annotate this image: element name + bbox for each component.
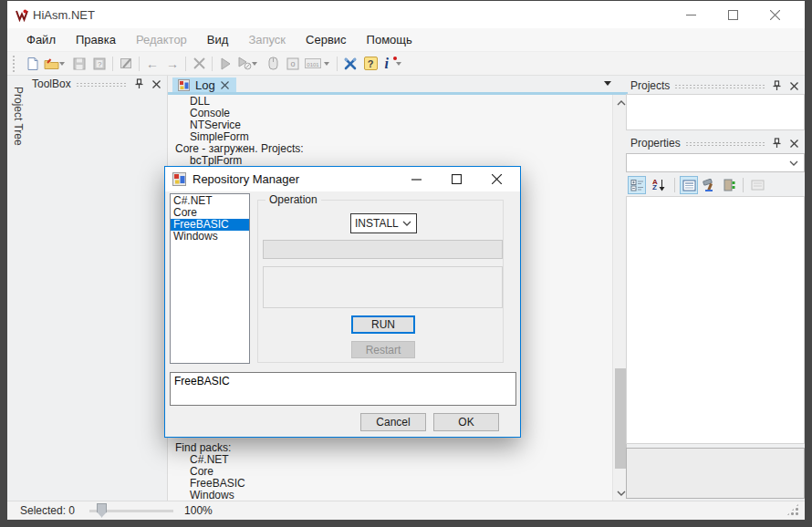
frame-button[interactable]: o: [283, 54, 303, 74]
close-button[interactable]: [754, 1, 796, 28]
tab-close-icon[interactable]: [221, 81, 229, 89]
toolbox-title: ToolBox: [32, 78, 71, 90]
package-item[interactable]: Windows: [171, 231, 249, 243]
dialog-title: Repository Manager: [193, 172, 299, 186]
window-title: HiAsm.NET: [33, 8, 95, 22]
form-icon: [172, 172, 186, 186]
close-icon[interactable]: [150, 78, 162, 90]
operation-value: INSTALL: [355, 217, 402, 230]
run-options-dropdown-icon: [252, 62, 257, 66]
toolbox-header: ToolBox: [27, 76, 167, 92]
projects-title: Projects: [630, 79, 670, 92]
dialog-maximize-button[interactable]: [436, 167, 476, 191]
menu-view[interactable]: Вид: [197, 28, 239, 51]
selected-count-label: Selected: 0: [20, 504, 75, 517]
pin-icon[interactable]: [770, 79, 783, 92]
cancel-button[interactable]: Cancel: [360, 413, 426, 431]
events-view-button[interactable]: [700, 176, 718, 194]
property-pages-button[interactable]: [748, 176, 766, 194]
tools-icon: [343, 57, 358, 71]
menu-edit[interactable]: Правка: [66, 28, 126, 51]
messages-view-button[interactable]: [720, 176, 738, 194]
mouse-mode-button[interactable]: [263, 54, 283, 74]
operation-group-label: Operation: [265, 193, 321, 206]
chevron-down-icon: [402, 221, 411, 226]
menu-editor[interactable]: Редактор: [126, 28, 197, 51]
project-tree-autohide-tab[interactable]: Project Tree: [12, 87, 25, 146]
right-panel-column: Projects Properties: [626, 76, 805, 501]
alphabetical-sort-button[interactable]: AZ: [648, 176, 670, 194]
toolbox-drag-dots[interactable]: [76, 82, 128, 88]
properties-header: Properties: [626, 135, 805, 151]
new-file-icon: [26, 57, 39, 71]
restart-button: Restart: [351, 341, 415, 358]
open-file-dropdown-icon: [59, 62, 65, 66]
run-operation-button[interactable]: RUN: [351, 315, 415, 334]
navigate-back-button[interactable]: ←: [142, 54, 162, 74]
log-line: DLL: [168, 96, 612, 108]
delete-button[interactable]: [189, 54, 209, 74]
run-button[interactable]: [215, 54, 235, 74]
tab-list-dropdown-icon[interactable]: [604, 81, 611, 86]
categorized-icon: [630, 179, 644, 191]
save-all-button[interactable]: ?: [89, 54, 109, 74]
maximize-button[interactable]: [712, 1, 754, 28]
properties-toolbar: AZ: [626, 174, 805, 196]
minimize-button[interactable]: [670, 1, 712, 28]
binary-code-dropdown-icon: [324, 62, 329, 66]
pin-icon[interactable]: [770, 137, 783, 150]
projects-list[interactable]: [626, 94, 805, 130]
forward-arrow-icon: →: [166, 57, 179, 70]
edit-form-button[interactable]: [116, 54, 136, 74]
dialog-close-button[interactable]: [476, 167, 516, 191]
tools-button[interactable]: [340, 54, 360, 74]
svg-text:?: ?: [98, 60, 102, 68]
az-sort-icon: AZ: [652, 180, 658, 191]
close-icon[interactable]: [787, 137, 800, 150]
menu-service[interactable]: Сервис: [296, 28, 357, 51]
log-line: FreeBASIC: [168, 478, 612, 490]
help-icon: ?: [364, 57, 378, 70]
properties-grid[interactable]: [626, 196, 805, 444]
hammer-icon: [702, 179, 716, 191]
pin-icon[interactable]: [132, 78, 145, 90]
toolbox-panel: ToolBox: [27, 76, 168, 501]
operation-select[interactable]: INSTALL: [350, 213, 417, 233]
repository-manager-dialog: Repository Manager C#.NET Core FreeBASIC…: [164, 166, 521, 438]
package-listbox[interactable]: C#.NET Core FreeBASIC Windows: [170, 193, 250, 364]
zoom-slider[interactable]: [89, 510, 173, 512]
help-button[interactable]: ?: [360, 54, 380, 74]
tab-log[interactable]: Log: [172, 78, 236, 92]
binary-code-button[interactable]: 0101: [303, 54, 334, 74]
dialog-minimize-button[interactable]: [396, 167, 436, 191]
projects-header: Projects: [626, 78, 805, 94]
menu-help[interactable]: Помощь: [357, 28, 422, 51]
properties-object-selector[interactable]: [626, 153, 805, 172]
down-arrow-icon: [659, 180, 665, 191]
zoom-slider-thumb[interactable]: [97, 503, 107, 518]
menu-run[interactable]: Запуск: [238, 28, 296, 51]
toolbar-grip[interactable]: [13, 56, 16, 72]
about-button[interactable]: i: [380, 54, 408, 74]
projects-drag-dots[interactable]: [674, 84, 765, 89]
dialog-title-bar[interactable]: Repository Manager: [165, 167, 520, 191]
door-icon: [724, 179, 735, 191]
save-button[interactable]: [69, 54, 89, 74]
close-icon[interactable]: [787, 79, 800, 92]
open-file-button[interactable]: [42, 54, 69, 74]
navigate-forward-button[interactable]: →: [162, 54, 182, 74]
properties-drag-dots[interactable]: [685, 141, 765, 147]
properties-view-button[interactable]: [680, 176, 698, 194]
run-options-button[interactable]: [235, 54, 263, 74]
menu-bar: Файл Правка Редактор Вид Запуск Сервис П…: [7, 28, 805, 52]
resize-grip[interactable]: [786, 503, 799, 516]
menu-file[interactable]: Файл: [16, 28, 66, 51]
ok-button[interactable]: OK: [433, 413, 499, 431]
new-file-button[interactable]: [22, 54, 42, 74]
properties-list-icon: [682, 180, 696, 191]
categorized-view-button[interactable]: [628, 176, 646, 194]
package-name-input[interactable]: FreeBASIC: [170, 372, 516, 406]
title-bar: HiAsm.NET: [7, 1, 805, 28]
frame-icon: o: [286, 57, 299, 70]
zoom-percent-label: 100%: [184, 504, 213, 517]
